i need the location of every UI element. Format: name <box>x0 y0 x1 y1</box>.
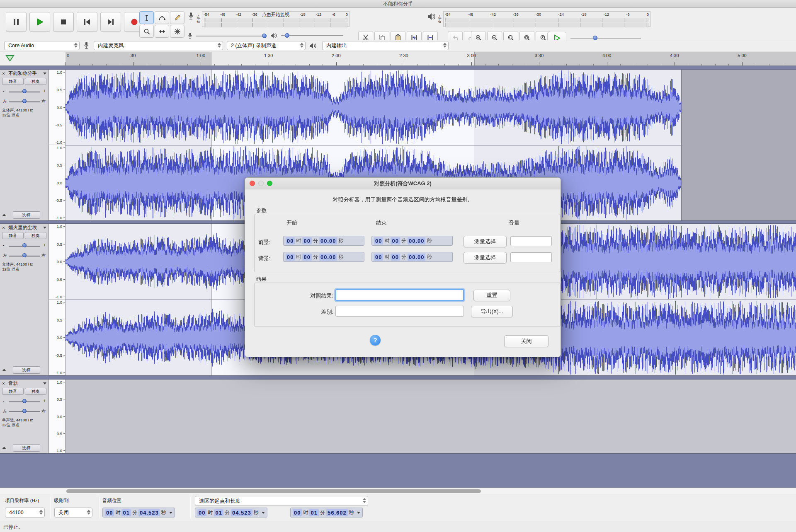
multi-tool-button[interactable] <box>170 25 184 38</box>
gain-thumb[interactable] <box>22 399 27 403</box>
recording-device-select[interactable]: 内建麦克风 <box>94 41 223 50</box>
recording-meter[interactable]: 左右 -54-48-42-36-30-24-18-12-60 点击开始监视 <box>187 11 349 27</box>
slider-thumb[interactable] <box>593 36 597 40</box>
selection-mode-select[interactable]: 选区的起点和长度 <box>195 496 368 506</box>
solo-button[interactable]: 独奏 <box>25 232 46 239</box>
snap-to-select[interactable]: 关闭 <box>54 508 92 517</box>
dialog-title-bar[interactable]: 对照分析(符合WCAG 2) <box>245 178 561 189</box>
field-dropdown-icon[interactable] <box>169 512 172 514</box>
vertical-scale-ruler[interactable]: 1.00.50.0-0.5-1.0 <box>49 380 66 453</box>
timeline-options[interactable] <box>0 52 66 66</box>
contrast-result-input[interactable] <box>335 289 464 301</box>
collapse-track-icon[interactable] <box>2 214 6 216</box>
collapse-track-icon[interactable] <box>2 369 6 371</box>
timeline-ruler[interactable]: 0301:001:302:002:303:003:304:004:305:00 <box>66 52 796 66</box>
selection-start-field[interactable]: 00时01分04.523秒 <box>195 508 267 517</box>
audio-host-select[interactable]: Core Audio <box>4 41 80 50</box>
gain-slider[interactable]: - + <box>2 241 46 249</box>
time-digit-group[interactable]: 00.00 <box>319 237 337 244</box>
time-digit-group[interactable]: 00 <box>105 509 114 516</box>
field-dropdown-icon[interactable] <box>357 512 360 514</box>
horizontal-scrollbar[interactable] <box>0 488 796 494</box>
measure-foreground-button[interactable]: 测量选择 <box>464 236 507 247</box>
zoom-tool-button[interactable] <box>139 25 154 38</box>
vertical-scale-ruler[interactable]: 1.00.50.0-0.5-1.01.00.50.0-0.5-1.0 <box>49 224 66 375</box>
gain-slider[interactable]: - + <box>2 397 46 405</box>
time-digit-group[interactable]: 00 <box>293 509 302 516</box>
gain-thumb[interactable] <box>22 243 27 247</box>
track-close-icon[interactable]: × <box>2 71 7 76</box>
slider-thumb[interactable] <box>262 34 267 38</box>
scrollbar-thumb[interactable] <box>66 489 481 493</box>
draw-tool-button[interactable] <box>170 11 184 24</box>
vertical-scale-ruler[interactable]: 1.00.50.0-0.5-1.01.00.50.0-0.5-1.0 <box>49 70 66 220</box>
track-close-icon[interactable]: × <box>2 225 7 230</box>
track-menu-icon[interactable] <box>43 227 46 229</box>
playback-meter[interactable]: 左右 -54-48-42-36-30-24-18-12-60 <box>427 11 650 27</box>
play-button[interactable] <box>29 12 50 32</box>
playback-volume-slider[interactable] <box>270 32 343 39</box>
time-digit-group[interactable]: 00 <box>286 237 295 244</box>
skip-to-start-button[interactable] <box>77 12 97 32</box>
minimize-window-icon[interactable] <box>258 181 264 186</box>
track-close-icon[interactable]: × <box>2 381 7 386</box>
measure-background-button[interactable]: 测量选择 <box>464 252 507 264</box>
track-title[interactable]: 烟火里的尘埃 <box>8 225 41 231</box>
time-digit-group[interactable]: 04.523 <box>138 509 160 516</box>
zoom-window-icon[interactable] <box>267 181 272 186</box>
time-digit-group[interactable]: 00.00 <box>408 254 426 261</box>
waveform-canvas[interactable] <box>66 70 681 145</box>
track-menu-icon[interactable] <box>43 382 46 384</box>
track-menu-icon[interactable] <box>43 73 46 75</box>
reset-button[interactable]: 重置 <box>473 290 510 301</box>
solo-button[interactable]: 独奏 <box>25 78 46 85</box>
track-title[interactable]: 不能和你分手 <box>8 70 41 77</box>
time-digit-group[interactable]: 01 <box>309 509 318 516</box>
track-title[interactable]: 音轨 <box>8 380 41 387</box>
time-digit-group[interactable]: 01 <box>214 509 223 516</box>
pan-slider[interactable]: 左 右 <box>2 251 46 259</box>
foreground-volume-field[interactable] <box>510 236 552 246</box>
selection-tool-button[interactable] <box>139 11 154 24</box>
waveform-area[interactable] <box>66 380 796 453</box>
export-button[interactable]: 导出(X)... <box>471 306 513 317</box>
time-digit-group[interactable]: 01 <box>121 509 131 516</box>
slider-thumb[interactable] <box>285 33 289 38</box>
time-digit-group[interactable]: 00 <box>302 254 311 261</box>
mute-button[interactable]: 静音 <box>2 78 24 85</box>
time-digit-group[interactable]: 00 <box>374 254 383 261</box>
background-end-field[interactable]: 00时00分00.00秒 <box>371 252 453 262</box>
time-digit-group[interactable]: 00 <box>374 237 383 244</box>
close-window-icon[interactable] <box>250 181 255 186</box>
difference-input[interactable] <box>335 306 464 317</box>
time-digit-group[interactable]: 56.602 <box>326 509 348 516</box>
pinned-play-head-icon[interactable] <box>5 54 17 63</box>
time-digit-group[interactable]: 00 <box>302 237 311 244</box>
time-shift-tool-button[interactable] <box>155 25 169 38</box>
select-track-button[interactable]: 选择 <box>13 444 40 452</box>
select-track-button[interactable]: 选择 <box>13 366 40 374</box>
collapse-track-icon[interactable] <box>2 447 6 449</box>
recording-volume-slider[interactable] <box>187 32 266 40</box>
field-dropdown-icon[interactable] <box>262 512 265 514</box>
audio-position-field[interactable]: 00时01分04.523秒 <box>102 508 175 517</box>
pan-thumb[interactable] <box>22 253 27 257</box>
mute-button[interactable]: 静音 <box>2 388 24 395</box>
time-digit-group[interactable]: 00 <box>286 254 295 261</box>
foreground-end-field[interactable]: 00时00分00.00秒 <box>371 236 453 246</box>
pan-thumb[interactable] <box>22 99 27 103</box>
time-digit-group[interactable]: 00 <box>391 237 400 244</box>
solo-button[interactable]: 独奏 <box>25 388 46 395</box>
pan-thumb[interactable] <box>22 409 27 413</box>
project-rate-select[interactable]: 44100 <box>5 508 45 517</box>
gain-thumb[interactable] <box>22 89 27 93</box>
select-track-button[interactable]: 选择 <box>13 211 40 219</box>
monitor-hint[interactable]: 点击开始监视 <box>202 12 349 18</box>
envelope-tool-button[interactable] <box>155 11 169 24</box>
time-digit-group[interactable]: 00.00 <box>319 254 337 261</box>
pan-slider[interactable]: 左 右 <box>2 97 46 105</box>
time-digit-group[interactable]: 00.00 <box>408 237 426 244</box>
help-button[interactable]: ? <box>370 335 381 346</box>
background-start-field[interactable]: 00时00分00.00秒 <box>283 252 364 262</box>
time-digit-group[interactable]: 04.523 <box>231 509 252 516</box>
